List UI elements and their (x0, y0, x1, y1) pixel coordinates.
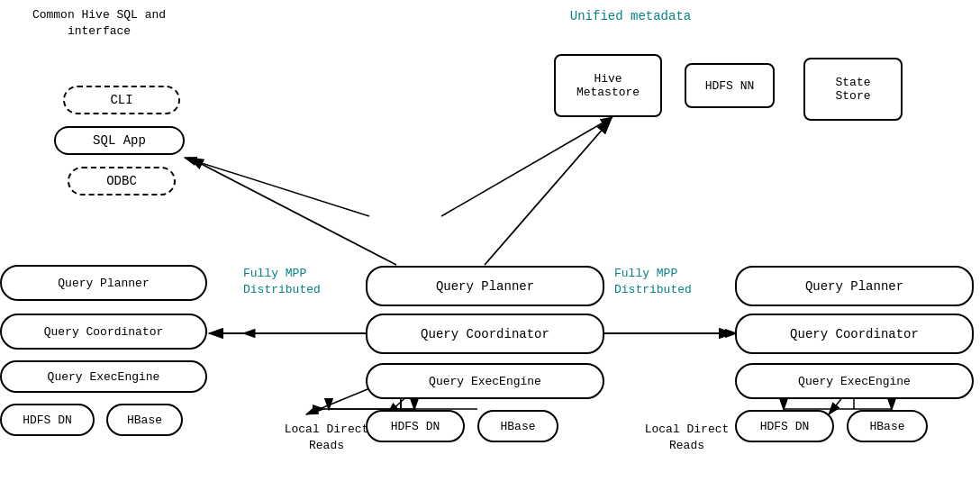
hbase-right-label: HBase (869, 420, 904, 433)
hbase-left-box: HBase (106, 404, 183, 436)
query-coordinator-left-box: Query Coordinator (0, 314, 207, 350)
hdfs-dn-left-label: HDFS DN (23, 414, 72, 427)
odbc-label: ODBC (106, 174, 137, 188)
query-execengine-center-box: Query ExecEngine (366, 363, 604, 399)
hdfs-dn-center-box: HDFS DN (366, 410, 465, 442)
query-coordinator-center-box: Query Coordinator (366, 314, 604, 354)
svg-line-10 (485, 120, 611, 265)
query-planner-right-box: Query Planner (735, 266, 974, 306)
unified-metadata-label: Unified metadata (540, 9, 721, 23)
query-planner-center-label: Query Planner (436, 279, 534, 294)
query-planner-center-box: Query Planner (366, 266, 604, 306)
svg-line-1 (185, 158, 369, 216)
common-hive-label: Common Hive SQL and interface (27, 7, 171, 40)
hbase-center-box: HBase (477, 410, 558, 442)
hdfs-nn-box: HDFS NN (685, 63, 775, 108)
local-direct-right-text: Local Direct Reads (645, 423, 730, 452)
query-execengine-left-box: Query ExecEngine (0, 360, 207, 393)
diagram: Common Hive SQL and interface CLI SQL Ap… (0, 0, 980, 491)
fully-mpp-left-text: Fully MPP Distributed (243, 267, 321, 296)
fully-mpp-right-text: Fully MPP Distributed (614, 267, 692, 296)
hive-metastore-label: Hive Metastore (576, 72, 640, 99)
cli-box: CLI (63, 86, 180, 114)
hdfs-dn-left-box: HDFS DN (0, 404, 95, 436)
query-planner-right-label: Query Planner (805, 279, 903, 294)
fully-mpp-right-label: Fully MPP Distributed (614, 266, 731, 298)
query-execengine-center-label: Query ExecEngine (429, 375, 541, 388)
state-store-box: State Store (803, 58, 903, 121)
query-coordinator-center-label: Query Coordinator (421, 327, 549, 341)
query-execengine-left-label: Query ExecEngine (48, 370, 160, 384)
query-execengine-right-box: Query ExecEngine (735, 363, 974, 399)
sql-app-box: SQL App (54, 126, 185, 155)
local-direct-center-text: Local Direct Reads (285, 423, 369, 452)
query-planner-left-box: Query Planner (0, 265, 207, 301)
odbc-box: ODBC (68, 167, 176, 195)
hdfs-dn-right-box: HDFS DN (735, 410, 834, 442)
svg-line-2 (441, 117, 612, 216)
hive-metastore-box: Hive Metastore (554, 54, 662, 117)
hbase-right-box: HBase (847, 410, 928, 442)
cli-label: CLI (110, 93, 132, 107)
query-execengine-right-label: Query ExecEngine (798, 375, 911, 388)
query-coordinator-right-label: Query Coordinator (790, 327, 919, 341)
fully-mpp-left-label: Fully MPP Distributed (243, 266, 360, 298)
sql-app-label: SQL App (93, 133, 146, 148)
hbase-center-label: HBase (500, 420, 535, 433)
hdfs-dn-center-label: HDFS DN (391, 420, 440, 433)
hdfs-nn-label: HDFS NN (705, 79, 755, 93)
query-coordinator-left-label: Query Coordinator (44, 325, 164, 339)
hdfs-dn-right-label: HDFS DN (760, 420, 810, 433)
local-direct-center-label: Local Direct Reads (279, 422, 374, 454)
hbase-left-label: HBase (127, 414, 162, 427)
query-coordinator-right-box: Query Coordinator (735, 314, 974, 354)
unified-metadata-text: Unified metadata (570, 9, 691, 23)
state-store-label: State Store (835, 76, 870, 103)
svg-line-9 (189, 158, 396, 265)
local-direct-right-label: Local Direct Reads (640, 422, 734, 454)
query-planner-left-label: Query Planner (58, 277, 149, 290)
